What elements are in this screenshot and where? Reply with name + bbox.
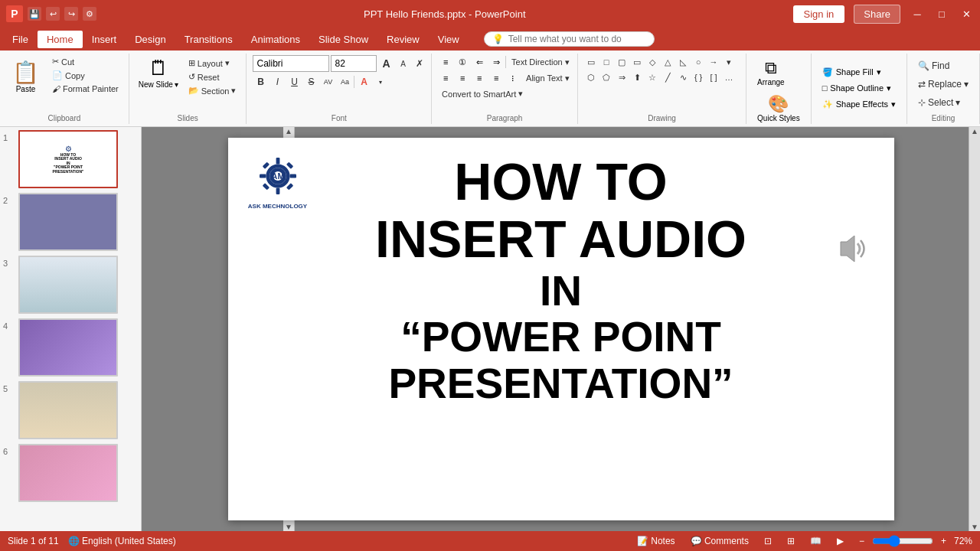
shape-rect2[interactable]: □ <box>599 55 613 69</box>
share-button[interactable]: Share <box>854 5 900 24</box>
text-direction-button[interactable]: Text Direction ▾ <box>508 56 573 69</box>
font-size-input[interactable] <box>331 55 377 72</box>
shape-fill-button[interactable]: 🪣 Shape Fill ▾ <box>818 66 886 79</box>
shape-round[interactable]: ▢ <box>615 55 629 69</box>
slide-item-3[interactable]: 3 <box>3 256 138 314</box>
cut-button[interactable]: ✂ Cut <box>48 55 122 68</box>
shape-diamond[interactable]: ◇ <box>645 55 659 69</box>
zoom-in-button[interactable]: + <box>936 534 951 548</box>
slide-thumb-6[interactable] <box>18 444 118 502</box>
shape-arrow3[interactable]: ⬆ <box>630 70 644 84</box>
font-name-input[interactable] <box>253 55 329 72</box>
replace-button[interactable]: ⇄ Replace ▾ <box>913 77 973 92</box>
quick-styles-button[interactable]: 🎨 Quick Styles <box>753 91 805 126</box>
align-right-button[interactable]: ≡ <box>472 71 487 85</box>
shape-brace[interactable]: [ ] <box>707 70 720 84</box>
paste-button[interactable]: 📋 Paste <box>6 55 45 98</box>
scroll-up-arrow[interactable]: ▲ <box>283 127 294 135</box>
slide-thumb-5[interactable] <box>18 381 118 439</box>
slide-thumb-3[interactable] <box>18 256 118 314</box>
align-left-button[interactable]: ≡ <box>438 71 453 85</box>
shape-effects-button[interactable]: ✨ Shape Effects ▾ <box>818 98 900 111</box>
increase-indent-button[interactable]: ⇒ <box>488 55 504 69</box>
underline-button[interactable]: U <box>286 74 302 90</box>
shape-right-tri[interactable]: ◺ <box>676 55 690 69</box>
menu-home[interactable]: Home <box>38 31 83 48</box>
menu-insert[interactable]: Insert <box>83 31 126 48</box>
slide-thumb-2[interactable] <box>18 193 118 251</box>
maximize-button[interactable]: □ <box>934 6 949 21</box>
save-icon[interactable]: 💾 <box>28 7 41 21</box>
tell-me-input[interactable] <box>508 34 646 44</box>
numbering-button[interactable]: ① <box>455 55 470 69</box>
shape-star[interactable]: ☆ <box>645 70 659 84</box>
scroll-down-right[interactable]: ▼ <box>969 523 980 531</box>
slide-item-2[interactable]: 2 <box>3 193 138 251</box>
decrease-indent-button[interactable]: ⇐ <box>472 55 487 69</box>
close-button[interactable]: ✕ <box>959 6 974 21</box>
menu-slideshow[interactable]: Slide Show <box>309 31 377 48</box>
slide-sorter-button[interactable]: ⊞ <box>782 534 799 548</box>
tell-me-box[interactable]: 💡 <box>484 31 655 47</box>
reset-button[interactable]: ↺ Reset <box>185 70 240 83</box>
char-spacing-button[interactable]: AV <box>320 74 335 90</box>
format-painter-button[interactable]: 🖌 Format Painter <box>48 83 122 95</box>
arrange-button[interactable]: ⧉ Arrange <box>753 55 789 90</box>
menu-transitions[interactable]: Transitions <box>175 31 242 48</box>
reading-view-button[interactable]: 📖 <box>805 534 826 548</box>
shape-triangle[interactable]: △ <box>661 55 675 69</box>
notes-button[interactable]: 📝 Notes <box>632 534 680 548</box>
bold-button[interactable]: B <box>253 74 268 90</box>
italic-button[interactable]: I <box>270 74 285 90</box>
layout-button[interactable]: ⊞ Layout ▾ <box>185 57 240 70</box>
align-text-button[interactable]: Align Text ▾ <box>522 72 573 85</box>
decrease-font-button[interactable]: A <box>395 56 410 71</box>
shape-curve[interactable]: ∿ <box>676 70 690 84</box>
shape-rect[interactable]: ▭ <box>584 55 598 69</box>
clear-format-button[interactable]: ✗ <box>412 56 427 71</box>
shape-more2[interactable]: … <box>722 70 736 84</box>
zoom-slider[interactable] <box>872 535 933 547</box>
signin-button[interactable]: Sign in <box>793 5 845 23</box>
menu-design[interactable]: Design <box>126 31 175 48</box>
slide-item-5[interactable]: 5 <box>3 381 138 439</box>
menu-review[interactable]: Review <box>377 31 429 48</box>
font-color-button[interactable]: A <box>356 74 371 90</box>
justify-button[interactable]: ≡ <box>488 71 504 85</box>
shape-arrow2[interactable]: ⇒ <box>615 70 629 84</box>
shape-pentagon[interactable]: ⬠ <box>599 70 613 84</box>
new-slide-button[interactable]: 🗒 New Slide ▾ <box>136 55 181 90</box>
shape-line[interactable]: ╱ <box>661 70 675 84</box>
shape-hexagon[interactable]: ⬡ <box>584 70 598 84</box>
menu-animations[interactable]: Animations <box>242 31 309 48</box>
normal-view-button[interactable]: ⊡ <box>760 534 776 548</box>
increase-font-button[interactable]: A <box>378 56 394 71</box>
shape-arrow[interactable]: → <box>707 55 720 69</box>
minimize-button[interactable]: ─ <box>910 6 925 21</box>
zoom-out-button[interactable]: − <box>854 534 869 548</box>
font-color-dropdown-icon[interactable]: ▾ <box>373 74 388 90</box>
scroll-down-arrow[interactable]: ▼ <box>283 523 294 531</box>
slide-canvas[interactable]: AM ASK MECHNOLOGY HOW TO INSERT AUDIO IN… <box>228 138 894 520</box>
slide-item-1[interactable]: 1 ⚙ HOW TOINSERT AUDIOIN"POWER POINTPRES… <box>3 130 138 188</box>
slide-item-4[interactable]: 4 <box>3 318 138 377</box>
redo-icon[interactable]: ↪ <box>64 7 78 21</box>
undo-icon[interactable]: ↩ <box>46 7 60 21</box>
strikethrough-button[interactable]: S <box>303 74 318 90</box>
copy-button[interactable]: 📄 Copy <box>48 69 122 82</box>
menu-view[interactable]: View <box>429 31 469 48</box>
slide-thumb-4[interactable] <box>18 318 118 377</box>
bullets-button[interactable]: ≡ <box>438 55 453 69</box>
shape-outline-button[interactable]: □ Shape Outline ▾ <box>818 82 896 95</box>
slide-item-6[interactable]: 6 <box>3 444 138 502</box>
slideshow-button[interactable]: ▶ <box>832 534 848 548</box>
customize-icon[interactable]: ⚙ <box>83 7 96 21</box>
shape-circle[interactable]: ○ <box>691 55 705 69</box>
section-button[interactable]: 📂 Section ▾ <box>185 84 240 97</box>
shape-bracket[interactable]: { } <box>691 70 705 84</box>
shape-rect3[interactable]: ▭ <box>630 55 644 69</box>
scroll-up-right[interactable]: ▲ <box>969 127 980 135</box>
select-button[interactable]: ⊹ Select ▾ <box>913 95 965 110</box>
find-button[interactable]: 🔍 Find <box>913 58 954 73</box>
right-scrollbar[interactable]: ▲ ▼ <box>969 127 980 531</box>
